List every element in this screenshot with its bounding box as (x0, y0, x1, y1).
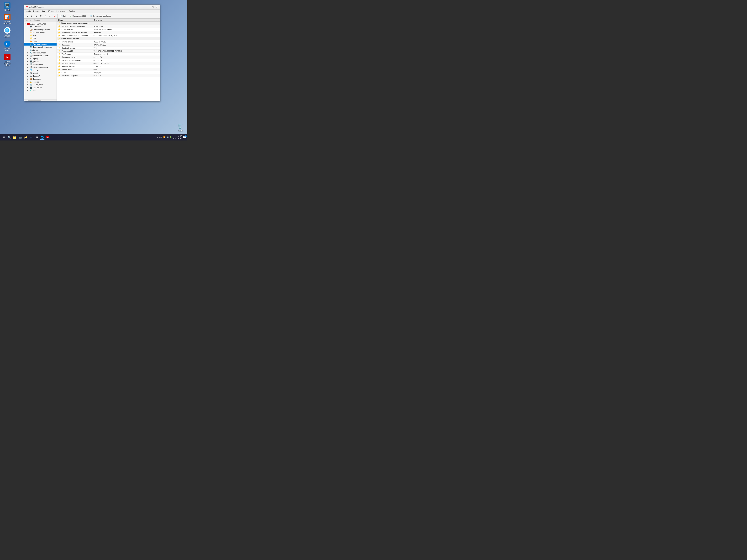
report-button[interactable]: 📄 Звіт (58, 14, 68, 18)
volume-icon[interactable]: 🔊 (166, 136, 169, 138)
devices-icon: 🔌 (30, 75, 32, 77)
tree-computer[interactable]: ▼ 🖥️ Комп'ютер (24, 25, 56, 28)
taskbar-chrome[interactable]: 🌐 (40, 135, 45, 140)
notification-area[interactable]: 💬 4 (183, 136, 186, 139)
tree-database[interactable]: ▶ 🗄️ База даних (24, 86, 56, 89)
right-panel-header: Поле Значення (57, 19, 160, 22)
value-column-header: Значення (94, 19, 102, 21)
wifi-icon[interactable]: 📶 (163, 136, 165, 138)
panel-header: Меню Обране (24, 19, 56, 22)
tree-motherboard[interactable]: ▶ 🔧 Системна плата (24, 51, 56, 54)
desktop-icon-recycle[interactable]: 🗑️ Кошик (175, 122, 186, 132)
taskbar-store[interactable]: ⊞ (34, 135, 39, 140)
tree-overclock[interactable]: 🔥 Розгін (24, 40, 56, 43)
tree-programs[interactable]: ▶ 📦 Програми (24, 78, 56, 80)
root-label: AIDA64 v6.33.5700 (30, 23, 46, 25)
desktop-icon-control-panel[interactable]: 📊 Панель керування (2, 13, 13, 25)
dmi-icon: 📁 (30, 34, 32, 36)
menu-favorites[interactable]: Обране (46, 10, 55, 13)
tree-server[interactable]: ▶ 🖧 Сервер (24, 57, 56, 60)
server-label: Сервер (32, 58, 38, 60)
up-button[interactable]: ▲ (34, 14, 38, 18)
tray-chevron[interactable]: ∧ (157, 136, 158, 138)
tree-network[interactable]: ▶ 🌐 Мережа (24, 69, 56, 72)
menu-report[interactable]: Звіт (41, 10, 46, 13)
time-display[interactable]: 18:13 10.05.2023 (173, 135, 182, 140)
field-1: Поточне джерело живлення (61, 25, 85, 27)
battery-icon[interactable]: 🔋 (170, 136, 172, 138)
taskbar-aida64[interactable]: 64 (45, 135, 50, 140)
bios-update-button[interactable]: ⬇ Оновлення BIOS (69, 14, 88, 18)
maximize-button[interactable]: □ (151, 5, 155, 9)
desktop-icon-this-pc[interactable]: 🖥️ Цей ПК (2, 2, 13, 12)
security-label: Безпека (32, 81, 39, 83)
taskbar-edge[interactable]: e (29, 135, 34, 140)
menu-tab[interactable]: Меню (24, 19, 32, 22)
language-indicator[interactable]: УКР (159, 136, 162, 138)
tree-multimedia[interactable]: ▶ 🎵 Мультимедіа (24, 63, 56, 66)
tree-portable[interactable]: 💻 Портативний комп'ютер (24, 46, 56, 49)
server-icon: 🖧 (30, 57, 31, 60)
meet-icon: 📹 (19, 136, 22, 139)
taskbar-explorer[interactable]: 📁 (23, 135, 28, 140)
menu-tools[interactable]: Інструменти (55, 10, 68, 13)
desktop-icon-chrome[interactable]: 🌐 Google Chrome (2, 26, 13, 38)
taskbar-search[interactable]: 🔍 (7, 135, 11, 140)
tree-summary[interactable]: 📋 Сумарна інформація (24, 28, 56, 31)
right-panel: Поле Значення ⚡ Властивості електроживле… (57, 19, 160, 101)
tree-security[interactable]: ▶ 🔒 Безпека (24, 80, 56, 83)
tree-root[interactable]: ▼ 64 AIDA64 v6.33.5700 (24, 23, 56, 25)
menu-view[interactable]: Вигляд (32, 10, 41, 13)
aida64-window: 64 AIDA64 Engineer ─ □ ✕ Файл Вигляд Зві… (24, 4, 160, 101)
value-14: 0 % (92, 68, 160, 71)
tree-storage[interactable]: ▶ 💾 Збереження даних (24, 66, 56, 69)
tree-directx[interactable]: ▶ 🎮 DirectX (24, 72, 56, 75)
driver-icon: 🔍 (90, 15, 93, 17)
driver-update-button[interactable]: 🔍 Оновлення драйверів (88, 14, 112, 18)
taskbar: ⊞ 🔍 🗂️ 📹 📁 e ⊞ 🌐 64 ∧ УКР 📶 (0, 134, 187, 140)
start-button[interactable]: ⊞ (1, 135, 6, 140)
value-15: Розрядка (92, 71, 160, 74)
tree-devices[interactable]: ▶ 🔌 Пристрої (24, 75, 56, 78)
section-power-header: ⚡ Властивості електроживлення (57, 22, 160, 25)
menu-file[interactable]: Файл (25, 10, 32, 13)
favorites-button[interactable]: ★ (48, 14, 52, 18)
storage-icon: 💾 (30, 66, 32, 69)
tree-sensor[interactable]: 📡 Датчик (24, 49, 56, 51)
row-icon-1: ⚡ (58, 25, 60, 27)
tree-display[interactable]: ▶ 🖥️ Дисплей (24, 60, 56, 63)
table-row: ⚡ Унікальний ID 7317SWD-ATL3.655DELL 727… (57, 50, 160, 53)
power-label: Електроживлення (32, 43, 47, 45)
tree-dmi[interactable]: 📁 DMI (24, 34, 56, 37)
desktop-icon-edge[interactable]: e Microsoft Edge (2, 40, 13, 52)
tree-os[interactable]: ▶ 🪟 Операційна система (24, 54, 56, 57)
field-10: Паспортна ємність (61, 56, 77, 58)
taskbar-files[interactable]: 🗂️ (12, 135, 17, 140)
taskbar-meet[interactable]: 📹 (18, 135, 23, 140)
row-icon-4: ⚡ (58, 34, 60, 37)
field-11: Ємність повної зарядки (61, 59, 81, 61)
root-expand-icon: ▼ (25, 23, 27, 25)
ipmi-label: IPMI (32, 37, 36, 39)
summary-icon: 📋 (30, 28, 32, 31)
menu-help[interactable]: Довідка (68, 10, 77, 13)
value-10: 41165 mWh (92, 56, 160, 59)
tree-computername[interactable]: 🏷️ Ім'я комп'ютера (24, 31, 56, 34)
refresh-button[interactable]: ↻ (39, 14, 43, 18)
mb-icon: 🔧 (30, 52, 32, 54)
tree-ipmi[interactable]: 📁 IPMI (24, 37, 56, 40)
aida64-taskbar-icon: 64 (46, 136, 49, 138)
home-button[interactable]: ⌂ (44, 14, 47, 18)
data-table: ⚡ Властивості електроживлення ⚡ Поточне … (57, 22, 160, 77)
desktop-icon-aida64[interactable]: 64 AIDA64 Engineer Edition (2, 53, 13, 67)
horizontal-scrollbar[interactable] (24, 99, 56, 101)
tree-test[interactable]: ▶ 🧪 Тест (24, 89, 56, 92)
favorites-tab[interactable]: Обране (32, 19, 42, 22)
tree-config[interactable]: ▶ ⚙️ Конфігурація (24, 83, 56, 86)
tree-power[interactable]: ⚡ Електроживлення (24, 43, 56, 46)
minimize-button[interactable]: ─ (147, 5, 151, 9)
forward-button[interactable]: ▶ (30, 14, 34, 18)
close-button[interactable]: ✕ (155, 5, 158, 9)
back-button[interactable]: ◀ (25, 14, 29, 18)
chart-button[interactable]: 📈 (52, 14, 56, 18)
